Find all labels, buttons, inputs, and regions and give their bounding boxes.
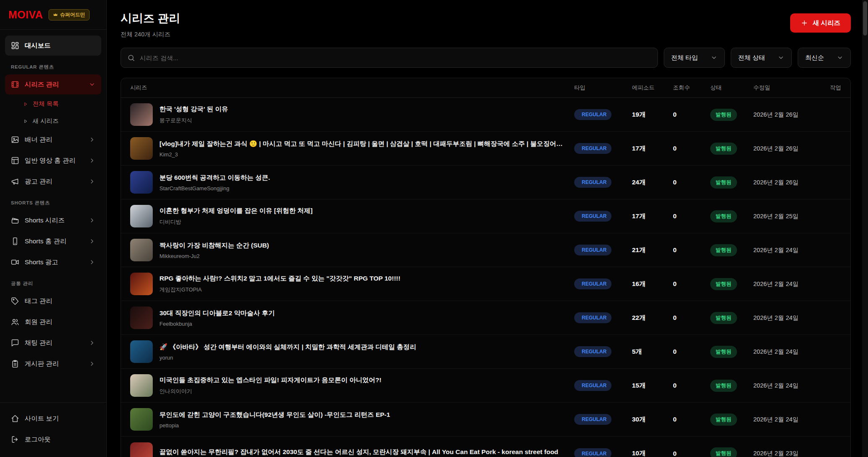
sidebar-item-chat-management[interactable]: 채팅 관리	[5, 333, 101, 353]
sidebar-item-board-management[interactable]: 게시판 관리	[5, 354, 101, 374]
table-header-row: 시리즈타입에피소드조회수상태수정일작업	[121, 78, 850, 98]
sidebar-item-logout[interactable]: 로그아웃	[5, 429, 101, 449]
table-row[interactable]: RPG 좋아하는 사람!? 스위치2 말고 1에서도 즐길 수 있는 "갓갓갓"…	[121, 267, 850, 301]
series-cell: 끝없이 쏟아지는 무한리필? 잡내가 없어서 2030도 줄 선다는 어르신 성…	[130, 442, 574, 457]
sidebar-item-dashboard[interactable]: 대시보드	[5, 36, 101, 56]
chevron-down-icon	[711, 54, 717, 61]
episode-count: 15개	[632, 381, 673, 390]
table-row[interactable]: 미국인들 초집중하고 있는 엡스타인 파일! 피자게이트가 음모론이 아니었어?…	[121, 369, 850, 403]
type-badge: REGULAR	[574, 109, 611, 120]
smartphone-icon	[11, 237, 19, 245]
row-actions-button[interactable]	[838, 214, 841, 218]
chevron-down-icon	[89, 81, 95, 88]
series-thumbnail[interactable]	[130, 205, 153, 227]
sidebar-item-shorts-home[interactable]: Shorts 홈 관리	[5, 231, 101, 251]
row-actions-button[interactable]	[838, 181, 841, 184]
superadmin-badge-label: 슈퍼어드민	[60, 11, 85, 18]
clipboard-icon	[11, 360, 19, 368]
series-channel: pettopia	[159, 422, 390, 429]
status-filter-dropdown[interactable]: 전체 상태	[731, 48, 792, 68]
row-actions-button[interactable]	[838, 384, 841, 387]
table-row[interactable]: 무인도에 갇힌 고양이 구조했습니다(92년생 무인도 살이) -무인도그 리턴…	[121, 403, 850, 437]
row-actions-button[interactable]	[838, 113, 841, 116]
sidebar-subitem-all-list[interactable]: 전체 목록	[5, 95, 101, 112]
row-actions-button[interactable]	[838, 350, 841, 353]
superadmin-badge: 슈퍼어드민	[49, 9, 90, 20]
sidebar-subitem-label: 새 시리즈	[33, 117, 59, 125]
sidebar-item-view-site[interactable]: 사이트 보기	[5, 408, 101, 429]
chevron-right-icon	[89, 136, 95, 143]
modified-date: 2026년 2월 24일	[753, 348, 821, 356]
series-title[interactable]: 🚀 《아바타》 성간 여행부터 에이와의 실체까지 | 치밀한 과학적 세계관과…	[159, 343, 416, 352]
series-channel: 게임잡지GTOPIA	[159, 286, 401, 294]
row-actions-button[interactable]	[838, 452, 841, 455]
sidebar-item-label: 태그 관리	[25, 297, 52, 306]
row-actions-button[interactable]	[838, 316, 841, 319]
sidebar-item-tag-management[interactable]: 태그 관리	[5, 291, 101, 311]
chevron-right-icon	[89, 340, 95, 346]
sidebar-item-ad-management[interactable]: 광고 관리	[5, 171, 101, 191]
table-row[interactable]: [vlog]내가 제일 잘하는건 과식 🙂 | 마시고 먹고 또 먹고 마신다 …	[121, 132, 850, 166]
column-header: 상태	[710, 84, 753, 92]
series-thumbnail[interactable]	[130, 171, 153, 194]
modified-date: 2026년 2월 26일	[753, 145, 821, 153]
series-thumbnail[interactable]	[130, 137, 153, 160]
row-actions-button[interactable]	[838, 248, 841, 252]
sidebar-item-banner-management[interactable]: 배너 관리	[5, 130, 101, 150]
row-actions-button[interactable]	[838, 418, 841, 421]
series-thumbnail[interactable]	[130, 239, 153, 261]
sidebar-subitem-new-series[interactable]: 새 시리즈	[5, 112, 101, 130]
sidebar-item-general-video-home[interactable]: 일반 영상 홈 관리	[5, 151, 101, 171]
series-thumbnail[interactable]	[130, 408, 153, 431]
sort-dropdown[interactable]: 최신순	[798, 48, 851, 68]
sidebar-item-shorts-ads[interactable]: Shorts 광고	[5, 252, 101, 272]
table-row[interactable]: 분당 600번씩 공격하고 이동하는 성큰. StarCraftBestGame…	[121, 166, 850, 199]
chat-icon	[11, 339, 19, 347]
view-count: 0	[673, 314, 710, 322]
row-actions-button[interactable]	[838, 147, 841, 150]
view-count: 0	[673, 416, 710, 423]
chevron-right-icon	[89, 178, 95, 185]
crown-icon	[53, 12, 58, 18]
search-input[interactable]	[140, 54, 651, 61]
sidebar-item-label: 로그아웃	[25, 435, 51, 444]
page-title: 시리즈 관리	[121, 11, 180, 26]
series-title[interactable]: 30대 직장인의 디아블로2 악마술사 후기	[159, 309, 275, 318]
table-body: 한국 '성형 강국' 된 이유 몽구로운지식 REGULAR 19개 0 발행됨…	[121, 98, 850, 457]
chevron-right-icon	[89, 259, 95, 266]
sidebar-item-member-management[interactable]: 회원 관리	[5, 312, 101, 332]
page-subtitle: 전체 240개 시리즈	[121, 31, 180, 38]
series-title[interactable]: 미국인들 초집중하고 있는 엡스타인 파일! 피자게이트가 음모론이 아니었어?…	[159, 376, 381, 385]
table-row[interactable]: 🚀 《아바타》 성간 여행부터 에이와의 실체까지 | 치밀한 과학적 세계관과…	[121, 335, 850, 369]
table-row[interactable]: 짝사랑이 가장 비참해지는 순간 (SUB) Mikkeureom-Ju2 RE…	[121, 233, 850, 267]
series-thumbnail[interactable]	[130, 340, 153, 363]
series-title[interactable]: [vlog]내가 제일 잘하는건 과식 🙂 | 마시고 먹고 또 먹고 마신다 …	[159, 140, 564, 148]
clapperboard-icon	[11, 216, 19, 225]
series-thumbnail[interactable]	[130, 306, 153, 329]
column-header: 타입	[574, 84, 632, 92]
new-series-button[interactable]: 새 시리즈	[790, 13, 851, 33]
scrollbar-thumb[interactable]	[863, 1, 867, 36]
episode-count: 24개	[632, 178, 673, 187]
table-row[interactable]: 이혼한 형부가 처제 엉덩이를 잡은 이유 [위험한 처제] 디비디방 REGU…	[121, 199, 850, 233]
series-title[interactable]: 분당 600번씩 공격하고 이동하는 성큰.	[159, 174, 270, 182]
table-row[interactable]: 30대 직장인의 디아블로2 악마술사 후기 Feelbokbunja REGU…	[121, 301, 850, 335]
table-row[interactable]: 한국 '성형 강국' 된 이유 몽구로운지식 REGULAR 19개 0 발행됨…	[121, 98, 850, 132]
series-title[interactable]: 짝사랑이 가장 비참해지는 순간 (SUB)	[159, 241, 269, 250]
series-title[interactable]: 끝없이 쏟아지는 무한리필? 잡내가 없어서 2030도 줄 선다는 어르신 성…	[159, 448, 558, 457]
series-channel: Kim2_3	[159, 151, 564, 158]
sidebar-item-series-management[interactable]: 시리즈 관리	[5, 74, 101, 94]
series-title[interactable]: 무인도에 갇힌 고양이 구조했습니다(92년생 무인도 살이) -무인도그 리턴…	[159, 411, 390, 419]
episode-count: 17개	[632, 212, 673, 221]
series-title[interactable]: 한국 '성형 강국' 된 이유	[159, 105, 228, 114]
series-thumbnail[interactable]	[130, 442, 153, 457]
series-thumbnail[interactable]	[130, 103, 153, 126]
type-filter-dropdown[interactable]: 전체 타입	[664, 48, 725, 68]
series-thumbnail[interactable]	[130, 273, 153, 295]
series-title[interactable]: RPG 좋아하는 사람!? 스위치2 말고 1에서도 즐길 수 있는 "갓갓갓"…	[159, 274, 401, 283]
series-thumbnail[interactable]	[130, 374, 153, 397]
table-row[interactable]: 끝없이 쏟아지는 무한리필? 잡내가 없어서 2030도 줄 선다는 어르신 성…	[121, 437, 850, 457]
row-actions-button[interactable]	[838, 282, 841, 286]
series-title[interactable]: 이혼한 형부가 처제 엉덩이를 잡은 이유 [위험한 처제]	[159, 207, 313, 215]
sidebar-item-shorts-series[interactable]: Shorts 시리즈	[5, 210, 101, 230]
